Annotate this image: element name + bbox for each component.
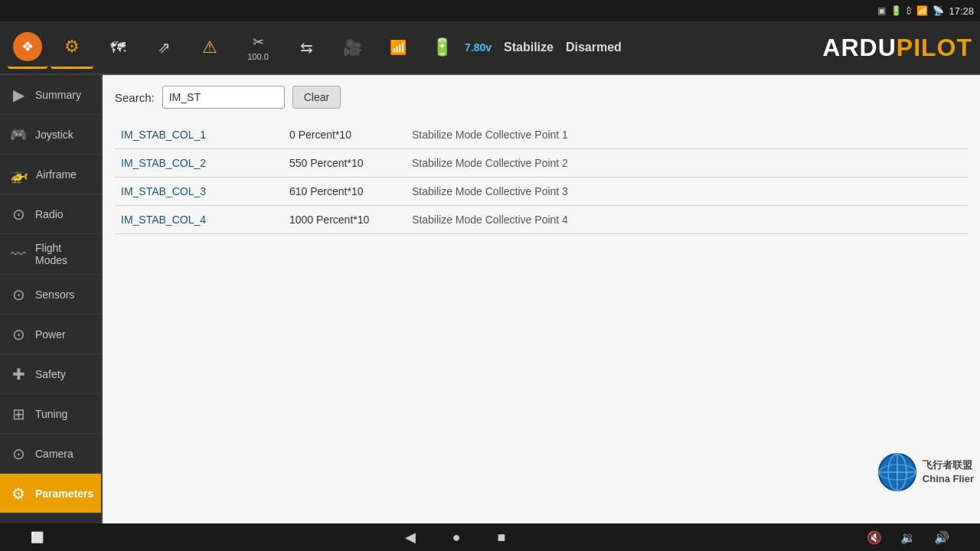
sidebar: ▶ Summary 🎮 Joystick 🚁 Airframe ⊙ Radio …: [0, 75, 103, 523]
nav-recent-button[interactable]: ■: [488, 527, 515, 549]
sidebar-item-joystick[interactable]: 🎮 Joystick: [0, 115, 101, 155]
param-value: 550 Percent*10: [283, 149, 406, 178]
radio-icon: ⊙: [9, 205, 28, 223]
sidebar-item-radio[interactable]: ⊙ Radio: [0, 194, 101, 234]
param-value: 0 Percent*10: [283, 121, 406, 149]
sidebar-item-tuning[interactable]: ⊞ Tuning: [0, 394, 101, 434]
sidebar-label-sensors: Sensors: [35, 289, 74, 301]
motor-button[interactable]: ✂ 100.0: [234, 26, 282, 69]
sidebar-label-joystick: Joystick: [35, 129, 74, 141]
screen-record-icon: ⬜: [31, 531, 44, 543]
clear-button[interactable]: Clear: [292, 86, 341, 109]
arm-status: Disarmed: [566, 41, 622, 54]
search-row: Search: Clear: [115, 86, 968, 109]
bottom-bar: ⬜ ◀ ● ■ 🔇 🔉 🔊: [0, 523, 980, 551]
flight-plan-icon: ⇗: [158, 38, 171, 57]
sidebar-label-tuning: Tuning: [35, 408, 67, 420]
table-row[interactable]: IM_STAB_COL_3 610 Percent*10 Stabilize M…: [115, 178, 968, 206]
parameters-table: IM_STAB_COL_1 0 Percent*10 Stabilize Mod…: [115, 121, 968, 234]
sidebar-item-sensors[interactable]: ⊙ Sensors: [0, 275, 101, 315]
search-input[interactable]: [162, 86, 285, 109]
watermark: 飞行者联盟 China Flier: [827, 470, 980, 523]
video-button[interactable]: 🎥: [331, 26, 374, 69]
waypoint-button[interactable]: 🗺: [96, 26, 139, 69]
video-icon: 🎥: [343, 38, 362, 57]
clock: 17:28: [949, 5, 974, 17]
table-row[interactable]: IM_STAB_COL_2 550 Percent*10 Stabilize M…: [115, 149, 968, 178]
sidebar-item-parameters[interactable]: ⚙ Parameters: [0, 474, 101, 514]
settings-icon: ⚙: [64, 37, 80, 57]
telemetry-button[interactable]: ⇆: [285, 26, 328, 69]
motor-icon: ✂: [253, 34, 264, 51]
status-bar: ▣ 🔋 ₿ 📶 📡 17:28: [0, 0, 980, 21]
table-row[interactable]: IM_STAB_COL_4 1000 Percent*10 Stabilize …: [115, 206, 968, 234]
flight-info: 🔋 7.80v Stabilize Disarmed: [432, 37, 622, 57]
tuning-icon: ⊞: [9, 405, 28, 423]
param-name: IM_STAB_COL_2: [115, 149, 283, 178]
watermark-line1: 飞行者联盟: [923, 458, 974, 472]
signal-button[interactable]: 📶: [377, 26, 420, 69]
vol-down-icon[interactable]: 🔉: [900, 530, 916, 545]
param-name: IM_STAB_COL_4: [115, 206, 283, 234]
ardupilot-logo: ARDUPILOT: [822, 34, 972, 62]
vol-up-icon[interactable]: 🔊: [934, 530, 949, 545]
watermark-text: 飞行者联盟 China Flier: [923, 458, 974, 486]
sidebar-label-camera: Camera: [35, 448, 74, 460]
telemetry-icon: ⇆: [300, 38, 313, 57]
sidebar-label-safety: Safety: [35, 368, 66, 380]
safety-icon: ✚: [9, 365, 28, 383]
sidebar-label-power: Power: [35, 328, 66, 341]
sidebar-item-safety[interactable]: ✚ Safety: [0, 354, 101, 394]
sensors-icon: ⊙: [9, 285, 28, 304]
status-icon-1: ▣: [877, 5, 886, 16]
param-value: 1000 Percent*10: [283, 206, 406, 234]
flight-plan-button[interactable]: ⇗: [142, 26, 185, 69]
nav-back-button[interactable]: ◀: [396, 526, 425, 549]
home-button[interactable]: ❖: [8, 26, 47, 69]
globe-icon: [877, 452, 918, 493]
nav-home-button[interactable]: ●: [443, 527, 470, 549]
bottom-nav: ◀ ● ■: [396, 526, 515, 549]
motor-value: 100.0: [247, 52, 269, 61]
search-label: Search:: [115, 91, 155, 104]
airframe-icon: 🚁: [9, 165, 28, 184]
sidebar-label-summary: Summary: [35, 89, 81, 101]
param-description: Stabilize Mode Collective Point 3: [406, 178, 968, 206]
param-name: IM_STAB_COL_1: [115, 121, 283, 149]
sidebar-label-radio: Radio: [35, 208, 64, 220]
sidebar-item-airframe[interactable]: 🚁 Airframe: [0, 155, 101, 194]
warning-button[interactable]: ⚠: [188, 26, 231, 69]
sidebar-label-flight-modes: Flight Modes: [35, 242, 92, 266]
sidebar-label-parameters: Parameters: [35, 487, 93, 500]
sidebar-item-flight-modes[interactable]: 〰 Flight Modes: [0, 234, 101, 275]
param-description: Stabilize Mode Collective Point 2: [406, 149, 968, 178]
sidebar-item-summary[interactable]: ▶ Summary: [0, 75, 101, 115]
status-icon-2: 🔋: [890, 5, 902, 16]
param-description: Stabilize Mode Collective Point 1: [406, 121, 968, 149]
power-icon: ⊙: [9, 325, 28, 344]
flight-mode: Stabilize: [504, 41, 554, 54]
signal-icon: 📡: [933, 5, 944, 16]
sidebar-item-camera[interactable]: ⊙ Camera: [0, 434, 101, 474]
battery-voltage: 7.80v: [465, 41, 492, 54]
battery-icon-toolbar: 🔋: [432, 37, 452, 57]
summary-icon: ▶: [9, 86, 28, 104]
camera-sidebar-icon: ⊙: [9, 445, 28, 463]
bottom-volume: 🔇 🔉 🔊: [867, 530, 949, 545]
vol-mute-icon[interactable]: 🔇: [867, 530, 882, 545]
wifi-icon: 📶: [916, 5, 928, 16]
main-area: ▶ Summary 🎮 Joystick 🚁 Airframe ⊙ Radio …: [0, 75, 980, 523]
flight-modes-icon: 〰: [9, 246, 28, 263]
warning-icon: ⚠: [202, 37, 217, 57]
toolbar: ❖ ⚙ 🗺 ⇗ ⚠ ✂ 100.0 ⇆ 🎥 📶 🔋 7.80v Stabiliz…: [0, 21, 980, 75]
logo-text: ARDUPILOT: [822, 34, 972, 62]
parameters-icon: ⚙: [9, 484, 28, 503]
param-value: 610 Percent*10: [283, 178, 406, 206]
table-row[interactable]: IM_STAB_COL_1 0 Percent*10 Stabilize Mod…: [115, 121, 968, 149]
joystick-icon: 🎮: [9, 126, 28, 143]
settings-button[interactable]: ⚙: [51, 26, 93, 69]
waypoint-icon: 🗺: [110, 39, 126, 57]
sidebar-item-power[interactable]: ⊙ Power: [0, 315, 101, 354]
sidebar-label-airframe: Airframe: [36, 168, 77, 181]
watermark-line2: China Flier: [923, 472, 974, 486]
